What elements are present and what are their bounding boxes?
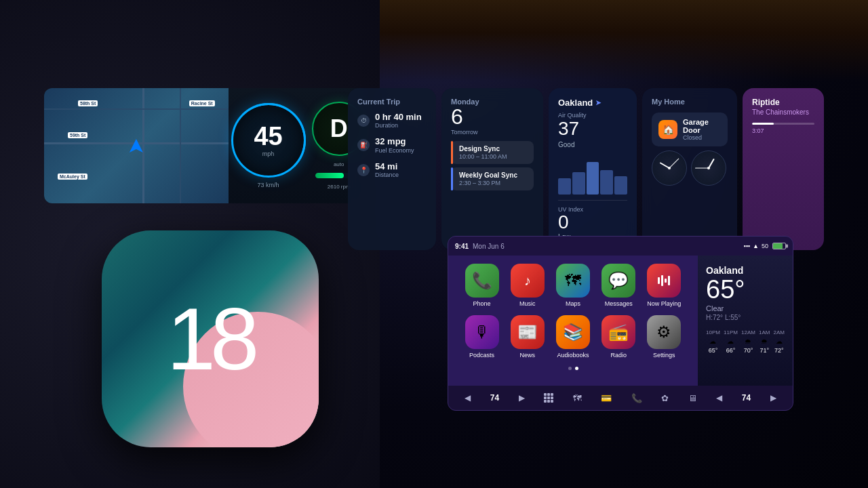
app-row-1: 📞 Phone ♪ Music 🗺 Maps 💬 Messages [459, 264, 687, 307]
clock-2 [691, 150, 726, 186]
hour-1: 10PM ☁ 65° [706, 329, 720, 354]
distance-label: Distance [375, 171, 399, 178]
music-title: Riptide [752, 98, 814, 107]
app-nowplaying[interactable]: Now Playing [647, 264, 681, 307]
podcasts-label: Podcasts [469, 352, 494, 359]
h4-temp: 71° [760, 347, 769, 354]
bar-3 [587, 162, 599, 195]
duration-label: Duration [375, 122, 422, 129]
carplay-bottom-bar: ◀ 74 ▶ 🗺 💳 📞 ✿ 🖥 ◀ 74 ▶ [448, 386, 793, 410]
nowplaying-app-icon [647, 264, 681, 298]
cp-left-arrow[interactable]: ◀ [716, 393, 722, 403]
cp-date: Mon Jun 6 [473, 243, 739, 250]
nowplaying-label: Now Playing [647, 300, 681, 307]
trip-card: Current Trip ⏱ 0 hr 40 min Duration ⛽ 32… [348, 88, 436, 250]
weather-divider [558, 200, 627, 201]
speed-kmh: 73 km/h [258, 182, 279, 188]
cp-right-arrow[interactable]: ▶ [770, 393, 776, 403]
app-phone[interactable]: 📞 Phone [465, 264, 499, 307]
instrument-cluster: 58th St Racine St 59th St McAuley St 45 … [44, 88, 370, 203]
ios18-logo: 18 [102, 230, 319, 447]
music-app-icon: ♪ [511, 264, 545, 298]
event1-name: Design Sync [459, 145, 528, 152]
wifi-icon: ▲ [753, 243, 759, 249]
app-messages[interactable]: 💬 Messages [601, 264, 635, 307]
distance-icon: 📍 [357, 164, 370, 176]
wallet-bottom-icon[interactable]: 💳 [601, 393, 612, 403]
bar-1 [558, 178, 571, 195]
phone-bottom-icon[interactable]: 📞 [631, 393, 642, 403]
battery-icon [772, 243, 786, 249]
back-num: 74 [490, 393, 499, 403]
cal-event-2[interactable]: Weekly Goal Sync 2:30 – 3:30 PM [451, 167, 534, 190]
h4-icon: 🌧 [761, 338, 768, 345]
grid-icon[interactable] [544, 393, 553, 403]
air-quality-section: Air Quality 37 Good [558, 112, 627, 195]
settings-app-icon: ⚙ [647, 315, 681, 349]
app-radio[interactable]: 📻 Radio [601, 315, 635, 359]
aq-chart [558, 154, 627, 195]
device-status: Closed [683, 134, 721, 141]
app-podcasts[interactable]: 🎙 Podcasts [465, 315, 499, 359]
garage-door-device[interactable]: 🏠 Garage Door Closed [652, 113, 728, 146]
cp-time: 9:41 [455, 243, 469, 250]
weather-location: Oakland ➤ [558, 98, 627, 108]
cal-event-1[interactable]: Design Sync 10:00 – 11:00 AM [451, 141, 534, 164]
trip-distance: 📍 54 mi Distance [357, 162, 427, 178]
street-label-2: Racine St [189, 100, 215, 106]
back-arrow[interactable]: ◀ [465, 393, 471, 403]
ios18-text: 18 [167, 288, 254, 390]
music-progress-fill [752, 123, 774, 125]
min-hand-1 [669, 159, 679, 169]
fuel-icon: ⛽ [357, 139, 370, 151]
cp-status-icons: ▪▪▪ ▲ 50 [743, 243, 786, 249]
h3-temp: 70° [744, 347, 753, 354]
cp-city: Oakland [706, 265, 785, 276]
distance-value: 54 mi [375, 162, 399, 171]
app-music[interactable]: ♪ Music [511, 264, 545, 307]
carplay-weather: Oakland 65° Clear H:72° L:55° 10PM ☁ 65°… [698, 256, 793, 386]
aq-value: 37 [558, 119, 627, 140]
aq-status: Good [558, 141, 627, 148]
garage-icon: 🏠 [658, 120, 677, 139]
maps-app-icon: 🗺 [556, 264, 590, 298]
h5-temp: 72° [774, 347, 784, 354]
street-label-4: McAuley St [58, 174, 87, 180]
duration-icon: ⏱ [357, 115, 370, 127]
nav-arrow [130, 139, 143, 152]
rpm-bar [315, 173, 344, 178]
dot-1 [568, 367, 572, 370]
carplay-screen: 9:41 Mon Jun 6 ▪▪▪ ▲ 50 📞 Phone ♪ Music [448, 236, 793, 411]
maps-bottom-icon[interactable]: 🗺 [573, 393, 582, 403]
app-settings[interactable]: ⚙ Settings [647, 315, 681, 359]
dot-2 [575, 367, 578, 370]
news-label: News [520, 352, 536, 359]
bar-5 [614, 176, 627, 195]
svg-rect-2 [665, 279, 667, 283]
h2-time: 11PM [724, 329, 738, 336]
event1-time: 10:00 – 11:00 AM [459, 153, 528, 160]
home-clocks [652, 150, 728, 186]
cal-date: 6 [451, 106, 534, 127]
screen-bottom-icon[interactable]: 🖥 [688, 393, 697, 403]
event2-time: 2:30 – 3:30 PM [459, 180, 528, 186]
app-maps[interactable]: 🗺 Maps [556, 264, 590, 307]
forward-arrow[interactable]: ▶ [519, 393, 525, 403]
audiobooks-label: Audiobooks [557, 352, 589, 359]
svg-rect-1 [661, 275, 663, 286]
signal-icon: ▪▪▪ [743, 243, 750, 249]
cp-desc: Clear [706, 304, 785, 312]
carplay-header: 9:41 Mon Jun 6 ▪▪▪ ▲ 50 [448, 237, 793, 256]
calendar-card: Monday 6 Tomorrow Design Sync 10:00 – 11… [441, 88, 543, 250]
app-audiobooks[interactable]: 📚 Audiobooks [556, 315, 590, 359]
battery-fill [773, 243, 783, 249]
app-news[interactable]: 📰 News [511, 315, 545, 359]
fuel-value: 32 mpg [375, 137, 414, 146]
fuel-label: Fuel Economy [375, 147, 414, 154]
street-label-3: 59th St [68, 132, 87, 138]
hour-5: 2AM ☁ 72° [774, 329, 785, 354]
flower-bottom-icon[interactable]: ✿ [661, 393, 669, 403]
weather-card: Oakland ➤ Air Quality 37 Good UV Index 0… [549, 88, 637, 250]
music-card: Riptide The Chainsmokers 3:07 [743, 88, 824, 250]
hour-4: 1AM 🌧 71° [759, 329, 770, 354]
